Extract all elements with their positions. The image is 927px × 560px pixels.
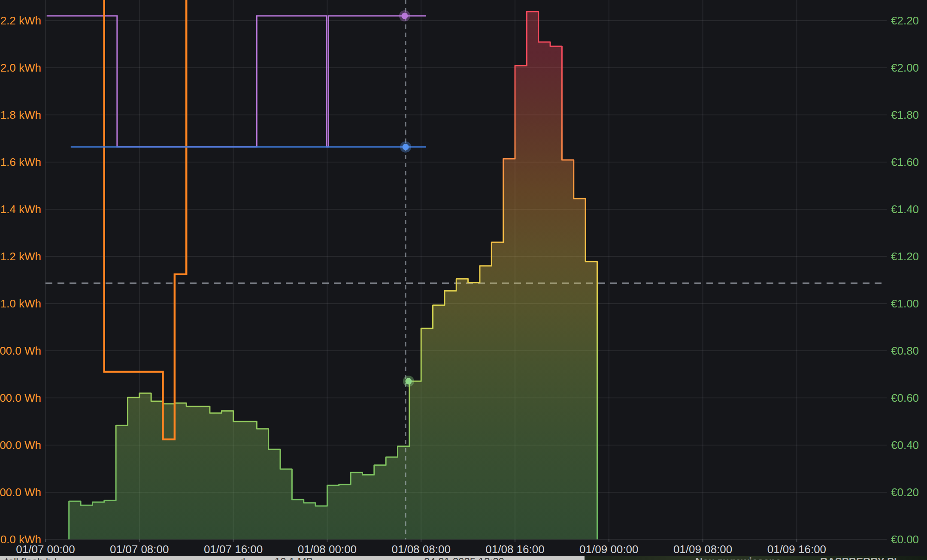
y-right-tick-label: €1.00 bbox=[891, 297, 919, 310]
x-tick-label: 01/07 16:00 bbox=[204, 543, 263, 556]
x-tick-label: 01/07 00:00 bbox=[16, 543, 75, 556]
purple-hover-dot bbox=[401, 13, 408, 19]
device-label: RASPBERRY PI bbox=[820, 556, 897, 560]
assigned-label: Neu zugewiesene bbox=[695, 556, 781, 560]
x-tick-label: 01/08 16:00 bbox=[485, 543, 544, 556]
y-right-tick-label: €0.40 bbox=[891, 439, 919, 452]
date-text: 04.01.2025 13:20 bbox=[424, 556, 504, 560]
y-right-tick-label: €1.40 bbox=[891, 203, 919, 216]
y-right-tick-label: €1.60 bbox=[891, 156, 919, 169]
y-left-tick-label: 400.0 Wh bbox=[0, 439, 41, 452]
y-right-tick-label: €0.00 bbox=[891, 533, 919, 546]
bottom-bar-dark-strip: Neu zugewiesene RASPBERRY PI bbox=[585, 556, 927, 560]
y-right-tick-label: €0.80 bbox=[891, 344, 919, 357]
y-left-tick-label: 1.2 kWh bbox=[0, 250, 41, 263]
x-tick-label: 01/09 08:00 bbox=[673, 543, 732, 556]
y-left-tick-label: 1.6 kWh bbox=[0, 156, 41, 169]
chart-canvas[interactable] bbox=[0, 0, 927, 560]
green-hover-dot bbox=[405, 378, 412, 384]
y-right-tick-label: €1.80 bbox=[891, 108, 919, 121]
y-right-tick-label: €2.00 bbox=[891, 61, 919, 74]
y-right-tick-label: €2.20 bbox=[891, 14, 919, 27]
x-tick-label: 01/07 08:00 bbox=[110, 543, 169, 556]
y-left-tick-label: 2.2 kWh bbox=[0, 14, 41, 27]
grafana-energy-panel: 2.2 kWh2.0 kWh1.8 kWh1.6 kWh1.4 kWh1.2 k… bbox=[0, 0, 927, 560]
x-tick-label: 01/08 08:00 bbox=[392, 543, 451, 556]
y-right-tick-label: €1.20 bbox=[891, 250, 919, 263]
x-tick-label: 01/08 00:00 bbox=[298, 543, 357, 556]
bottom-bar-light-strip: tall flash b l d 10.1 MB 04.01.2025 13:2… bbox=[0, 556, 585, 560]
y-left-tick-label: 1.0 kWh bbox=[0, 297, 41, 310]
bottom-bar-text-fragment: d bbox=[239, 556, 245, 560]
x-tick-label: 01/09 00:00 bbox=[579, 543, 638, 556]
energy-area-fill bbox=[69, 12, 597, 539]
download-size-text: 10.1 MB bbox=[275, 556, 313, 560]
y-right-tick-label: €0.20 bbox=[891, 486, 919, 499]
y-left-tick-label: 200.0 Wh bbox=[0, 486, 41, 499]
y-left-tick-label: 1.4 kWh bbox=[0, 203, 41, 216]
blue-hover-dot bbox=[403, 144, 409, 150]
y-left-tick-label: 600.0 Wh bbox=[0, 391, 41, 404]
y-left-tick-label: 800.0 Wh bbox=[0, 344, 41, 357]
y-left-tick-label: 2.0 kWh bbox=[0, 61, 41, 74]
y-left-tick-label: 1.8 kWh bbox=[0, 108, 41, 121]
browser-bottom-bar: tall flash b l d 10.1 MB 04.01.2025 13:2… bbox=[0, 556, 927, 560]
x-tick-label: 01/09 16:00 bbox=[767, 543, 826, 556]
bottom-bar-text-fragment: tall flash b l bbox=[5, 556, 57, 560]
y-right-tick-label: €0.60 bbox=[891, 391, 919, 404]
